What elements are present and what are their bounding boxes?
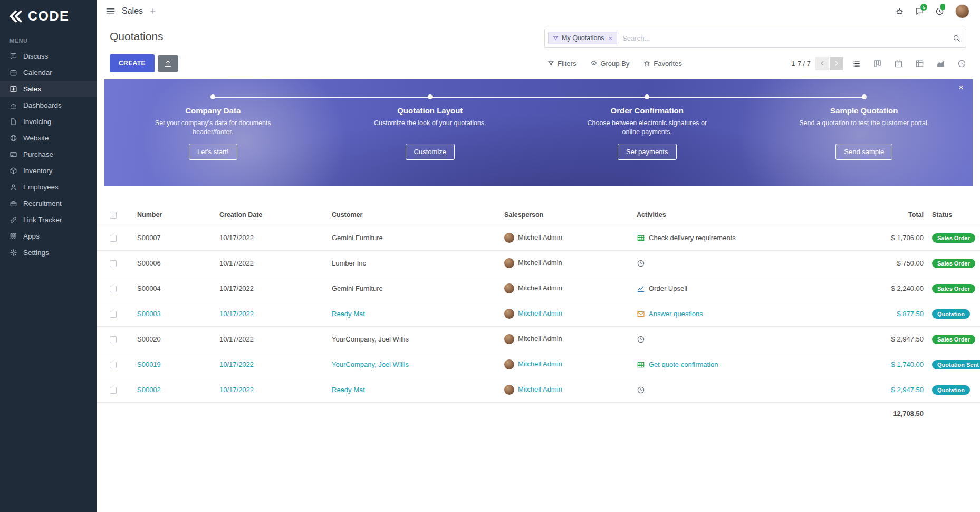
onboarding-step: Quotation Layout Customize the look of y… <box>322 94 539 160</box>
column-header-number[interactable]: Number <box>133 205 215 225</box>
column-header-creation-date[interactable]: Creation Date <box>215 205 328 225</box>
filters-button[interactable]: Filters <box>547 60 576 68</box>
sidebar-item-purchase[interactable]: Purchase <box>0 146 97 163</box>
table-footer-row: 12,708.50 <box>97 403 980 425</box>
step-action-button[interactable]: Customize <box>406 144 455 160</box>
cell-creation-date: 10/17/2022 <box>215 225 328 251</box>
view-pivot-button[interactable] <box>915 59 924 68</box>
cell-number[interactable]: S00019 <box>133 352 215 377</box>
sidebar-item-settings[interactable]: Settings <box>0 244 97 261</box>
cell-number[interactable]: S00020 <box>133 327 215 352</box>
table-header-row: Number Creation Date Customer Salesperso… <box>97 205 980 225</box>
onboarding-steps: Company Data Set your company's data for… <box>104 79 973 160</box>
pager-previous-button[interactable] <box>815 57 829 70</box>
cell-customer: Ready Mat <box>328 377 500 403</box>
group-by-button[interactable]: Group By <box>590 60 629 68</box>
upload-icon <box>164 60 172 68</box>
cell-number[interactable]: S00007 <box>133 225 215 251</box>
user-avatar[interactable] <box>955 4 969 18</box>
cell-number[interactable]: S00004 <box>133 276 215 301</box>
messages-icon[interactable]: 5 <box>915 7 924 16</box>
table-row[interactable]: S00006 10/17/2022 Lumber Inc Mitchell Ad… <box>97 251 980 276</box>
group-by-label: Group By <box>600 60 629 68</box>
cell-number[interactable]: S00006 <box>133 251 215 276</box>
step-action-button[interactable]: Send sample <box>835 144 892 160</box>
column-header-salesperson[interactable]: Salesperson <box>500 205 632 225</box>
favorites-button[interactable]: Favorites <box>643 60 681 68</box>
row-checkbox[interactable] <box>110 336 117 343</box>
view-activity-button[interactable] <box>957 59 966 68</box>
row-checkbox[interactable] <box>110 362 117 368</box>
sidebar-item-recruitment[interactable]: Recruitment <box>0 195 97 212</box>
search-bar[interactable]: My Quotations × Search... <box>544 29 966 48</box>
sidebar-item-dashboards[interactable]: Dashboards <box>0 97 97 113</box>
status-badge: Sales Order <box>932 335 975 344</box>
cell-activities[interactable]: Get quote confirmation <box>632 352 843 377</box>
select-all-checkbox[interactable] <box>110 212 117 219</box>
app-logo[interactable]: CODE <box>0 0 97 30</box>
cell-number[interactable]: S00003 <box>133 301 215 327</box>
step-action-button[interactable]: Let's start! <box>189 144 237 160</box>
row-checkbox[interactable] <box>110 235 117 242</box>
debug-bug-icon[interactable] <box>895 7 904 16</box>
row-checkbox[interactable] <box>110 387 117 394</box>
column-header-total[interactable]: Total <box>843 205 928 225</box>
table-row[interactable]: S00020 10/17/2022 YourCompany, Joel Will… <box>97 327 980 352</box>
table-row[interactable]: S00004 10/17/2022 Gemini Furniture Mitch… <box>97 276 980 301</box>
cell-activities[interactable] <box>632 327 843 352</box>
sidebar-item-discuss[interactable]: Discuss <box>0 48 97 64</box>
column-header-status[interactable]: Status <box>928 205 980 225</box>
search-options: Filters Group By Favorites <box>547 60 682 68</box>
table-row[interactable]: S00007 10/17/2022 Gemini Furniture Mitch… <box>97 225 980 251</box>
cell-activities[interactable] <box>632 251 843 276</box>
view-list-button[interactable] <box>852 59 861 68</box>
add-tab-icon[interactable] <box>149 7 157 15</box>
sidebar-item-invoicing[interactable]: Invoicing <box>0 113 97 130</box>
onboarding-banner: × Company Data Set your company's data f… <box>104 79 973 186</box>
sidebar-item-link-tracker[interactable]: Link Tracker <box>0 212 97 228</box>
cell-activities[interactable]: Answer questions <box>632 301 843 327</box>
view-calendar-button[interactable] <box>894 59 903 68</box>
pager-next-button[interactable] <box>830 57 843 70</box>
row-checkbox[interactable] <box>110 311 117 318</box>
control-panel: Quotations My Quotations × Search... CRE… <box>97 22 980 73</box>
sidebar-item-calendar[interactable]: Calendar <box>0 64 97 81</box>
sidebar-item-employees[interactable]: Employees <box>0 179 97 195</box>
row-checkbox[interactable] <box>110 260 117 267</box>
step-action-button[interactable]: Set payments <box>618 144 677 160</box>
layers-icon <box>590 60 597 67</box>
step-dot <box>862 94 867 99</box>
upload-button[interactable] <box>158 55 178 72</box>
purchase-icon <box>9 150 17 158</box>
view-kanban-button[interactable] <box>873 59 882 68</box>
row-checkbox[interactable] <box>110 286 117 292</box>
cell-customer: YourCompany, Joel Willis <box>328 327 500 352</box>
column-header-activities[interactable]: Activities <box>632 205 843 225</box>
cell-activities[interactable] <box>632 377 843 403</box>
hamburger-menu-icon[interactable] <box>105 6 116 16</box>
cell-activities[interactable]: Check delivery requirements <box>632 225 843 251</box>
activities-clock-icon[interactable] <box>935 7 944 16</box>
cell-status: Sales Order <box>928 225 980 251</box>
cell-number[interactable]: S00002 <box>133 377 215 403</box>
column-header-customer[interactable]: Customer <box>328 205 500 225</box>
view-graph-button[interactable] <box>936 59 945 68</box>
table-row[interactable]: S00019 10/17/2022 YourCompany, Joel Will… <box>97 352 980 377</box>
cell-activities[interactable]: Order Upsell <box>632 276 843 301</box>
sidebar-item-website[interactable]: Website <box>0 130 97 146</box>
current-app-name[interactable]: Sales <box>122 6 143 16</box>
search-facet[interactable]: My Quotations × <box>548 32 617 44</box>
step-description: Set your company's data for documents he… <box>147 119 280 139</box>
cell-creation-date: 10/17/2022 <box>215 327 328 352</box>
onboarding-step: Order Confirmation Choose between electr… <box>539 94 756 160</box>
website-icon <box>9 134 17 142</box>
cell-status: Quotation <box>928 301 980 327</box>
facet-remove-icon[interactable]: × <box>609 35 613 42</box>
table-row[interactable]: S00003 10/17/2022 Ready Mat Mitchell Adm… <box>97 301 980 327</box>
table-row[interactable]: S00002 10/17/2022 Ready Mat Mitchell Adm… <box>97 377 980 403</box>
sidebar-item-inventory[interactable]: Inventory <box>0 163 97 179</box>
search-icon[interactable] <box>953 34 960 42</box>
sidebar-item-sales[interactable]: Sales <box>0 81 97 97</box>
create-button[interactable]: CREATE <box>110 54 155 72</box>
sidebar-item-apps[interactable]: Apps <box>0 228 97 244</box>
